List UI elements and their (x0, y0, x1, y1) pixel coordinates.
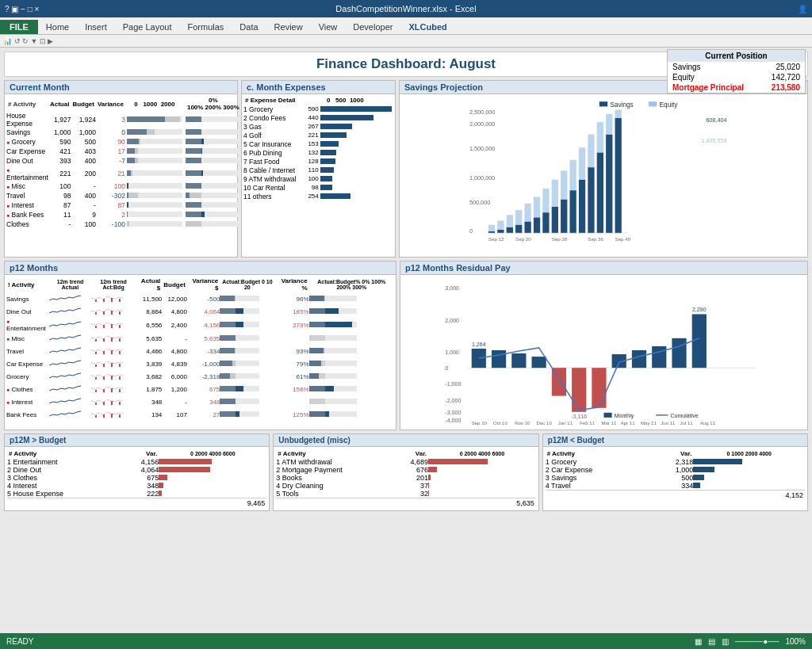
ub-bar (428, 466, 536, 474)
svg-rect-24 (597, 152, 603, 233)
cm-budget: 200 (71, 166, 96, 181)
savings-value: 25,020 (776, 63, 800, 71)
svg-rect-69 (103, 364, 105, 367)
cm-actual: 1,000 (48, 128, 71, 137)
p12-pct-bar (309, 318, 394, 332)
p12-pct-bar (309, 383, 394, 395)
svg-text:2,000: 2,000 (445, 318, 459, 323)
p12-spark-actual (49, 345, 91, 357)
p12-budget: 4,800 (162, 345, 187, 357)
svg-rect-71 (119, 364, 121, 367)
svg-text:Monthly: Monthly (615, 413, 634, 419)
svg-rect-66 (111, 350, 113, 354)
p12-spark-budget (91, 332, 136, 345)
p12-spark-budget (91, 383, 136, 395)
svg-rect-26 (615, 118, 622, 233)
tab-developer[interactable]: Developer (345, 20, 400, 34)
svg-rect-35 (561, 170, 567, 199)
un-bar (693, 474, 805, 482)
svg-rect-104 (592, 368, 606, 408)
svg-text:-2,000: -2,000 (445, 398, 461, 403)
tab-formulas[interactable]: Formulas (179, 20, 232, 34)
cm-bar-actual (125, 181, 184, 191)
p12-spark-budget (91, 292, 136, 305)
svg-rect-86 (111, 414, 113, 418)
me-bar: 221 (297, 131, 393, 139)
p12-budget: 4,839 (162, 357, 187, 370)
ob-value: 4,064 (122, 466, 159, 474)
me-bar: 132 (297, 148, 393, 157)
svg-rect-30 (515, 210, 522, 225)
me-name: 11 others (243, 192, 297, 200)
cm-variance: 3 (96, 112, 125, 128)
svg-rect-58 (111, 324, 113, 328)
tab-insert[interactable]: Insert (77, 20, 115, 34)
cm-bar-actual (125, 112, 184, 128)
p12-ab-bar (220, 357, 274, 370)
p12-variance: -334 (187, 345, 220, 357)
p12-spark-actual (49, 332, 91, 345)
p12-pct-bar (309, 370, 394, 383)
p12-ab-bar (220, 332, 274, 345)
svg-rect-124 (604, 413, 612, 418)
svg-text:Equity: Equity (660, 101, 679, 109)
p12-months-header: p12 Months (5, 262, 396, 275)
p12-actual: 11,500 (136, 292, 162, 305)
svg-rect-62 (111, 338, 113, 342)
p12-pct-bar (309, 395, 394, 408)
svg-rect-21 (569, 190, 576, 233)
ob-bar (159, 466, 266, 474)
p12-actual: 3,839 (136, 357, 162, 370)
ob-name: 1 Entertainment (7, 458, 122, 466)
svg-rect-79 (119, 389, 121, 392)
p12-actual: 5,635 (136, 332, 162, 345)
p12-residual-header: p12 Months Residual Pay (400, 262, 807, 275)
svg-rect-57 (103, 325, 105, 328)
svg-text:Sep 36: Sep 36 (588, 236, 603, 242)
p12-pct-bar (309, 345, 394, 357)
tab-view[interactable]: View (311, 20, 346, 34)
zoom-slider[interactable]: ─────●── (735, 637, 779, 646)
svg-rect-63 (119, 338, 121, 342)
equity-label: Equity (672, 73, 695, 82)
un-value: 2,318 (653, 458, 693, 466)
ub-value: 201 (396, 474, 428, 482)
tab-pagelayout[interactable]: Page Layout (115, 20, 180, 34)
un-value: 334 (653, 482, 693, 490)
svg-rect-25 (606, 135, 612, 233)
svg-text:Aug 11: Aug 11 (700, 421, 716, 426)
p12-budget: 1,200 (162, 383, 187, 395)
cm-variance: 21 (96, 166, 125, 181)
p12m-under-budget-panel: p12M < Budget # Activity Var. 0 1000 200… (542, 433, 808, 511)
svg-rect-56 (95, 326, 97, 328)
p12-budget: - (162, 332, 187, 345)
me-name: 3 Gas (243, 122, 297, 131)
p12-budget: 12,000 (162, 292, 187, 305)
p12-ab-bar (220, 318, 274, 332)
cm-activity: Dine Out (6, 156, 48, 166)
svg-text:3,000: 3,000 (445, 285, 459, 291)
unbudgeted-header: Unbudgeted (misc) (274, 434, 538, 447)
tab-review[interactable]: Review (266, 20, 311, 34)
svg-rect-60 (95, 339, 97, 342)
p12-spark-actual (49, 292, 91, 305)
view-normal-icon[interactable]: ▦ (695, 637, 702, 646)
tab-xlcubed[interactable]: XLCubed (400, 20, 454, 34)
unbudgeted-panel: Unbudgeted (misc) # Activity Var. 0 2000… (273, 433, 538, 511)
tab-file[interactable]: FILE (0, 20, 38, 34)
tab-home[interactable]: Home (38, 20, 77, 34)
cm-budget: 500 (71, 137, 96, 147)
view-page-icon[interactable]: ▥ (722, 637, 729, 646)
p12-ab-bar (220, 345, 274, 357)
p12-activity: ● Misc (6, 332, 49, 345)
tab-data[interactable]: Data (232, 20, 266, 34)
svg-rect-83 (119, 402, 121, 405)
status-ready: READY (6, 637, 33, 646)
cm-bar-actual (125, 128, 184, 137)
ob-value: 348 (122, 482, 159, 490)
cm-bar-actual (125, 210, 184, 220)
view-layout-icon[interactable]: ▤ (708, 637, 715, 646)
formula-bar: 📊 ↺ ↻ ▼ ⊡ ▶ (3, 37, 53, 45)
cm-bar-actual (125, 147, 184, 156)
svg-rect-64 (95, 352, 97, 354)
